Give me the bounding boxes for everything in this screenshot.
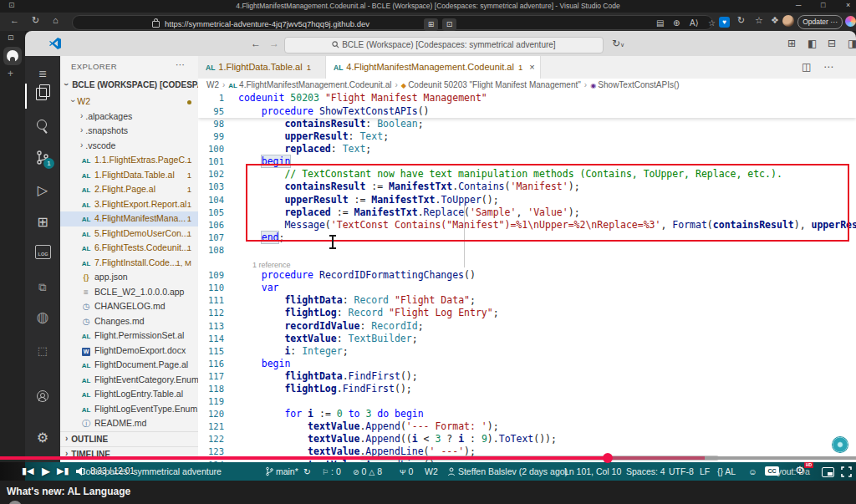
favorite-star-icon[interactable]: ☆ <box>708 18 716 28</box>
close-tab-icon[interactable]: × <box>529 62 534 72</box>
layout-refresh-icon[interactable]: ↻∨ <box>612 38 624 49</box>
update-button[interactable]: Opdater ⋯ <box>797 15 843 29</box>
explorer-item[interactable]: ◷Changes.md <box>60 314 198 329</box>
play-button[interactable]: ▶ <box>42 465 50 477</box>
explorer-item[interactable]: AL1.FlightData.Table.al1 <box>60 168 198 183</box>
explorer-item[interactable]: AL6.FlightTests.Codeunit...1 <box>60 241 198 256</box>
browser-essentials-icon[interactable]: ♥ <box>719 17 730 28</box>
run-debug-icon[interactable]: ▷ <box>25 178 60 203</box>
browser-tab-title[interactable]: 4.FlightManifestManagement.Codeunit.al -… <box>0 2 856 10</box>
captions-button[interactable]: CC <box>765 466 779 476</box>
search-view-icon[interactable] <box>37 120 47 130</box>
player-settings-icon[interactable]: ⚙ <box>795 464 805 476</box>
channel-avatar[interactable] <box>8 501 22 504</box>
explorer-item[interactable]: ALFlightLogEntry.Table.al <box>60 387 198 402</box>
progress-handle[interactable] <box>603 453 613 463</box>
settings-gear-icon[interactable]: ⚙ <box>25 425 60 451</box>
url-text[interactable]: https://symmetrical-adventure-4jq7jwv5q7… <box>165 19 369 28</box>
customize-layout-icon[interactable]: ⊞ <box>787 38 796 49</box>
references-icon[interactable]: ⧉ <box>25 275 60 300</box>
line-number: 104 <box>198 194 224 206</box>
code-editor[interactable]: 98 containsResult: Boolean;99 upperResul… <box>198 92 856 462</box>
outline-section[interactable]: ›OUTLINE <box>60 431 198 447</box>
explorer-icon[interactable] <box>36 88 47 100</box>
explorer-item[interactable]: AL3.FlightExport.Report.al1 <box>60 197 198 212</box>
tab-list-icon[interactable]: ⊡ <box>8 33 14 42</box>
command-center[interactable]: BCLE (Workspace) [Codespaces: symmetrica… <box>284 37 604 53</box>
read-aloud-icon[interactable]: A⟩ <box>690 18 699 28</box>
minimize-icon[interactable]: ─ <box>796 1 801 9</box>
back-icon[interactable]: ← <box>10 15 19 25</box>
explorer-item[interactable]: ALFlight.PermissionSet.al <box>60 328 198 344</box>
explorer-item[interactable]: AL2.Flight.Page.al1 <box>60 182 198 197</box>
explorer-item[interactable]: › .alpackages <box>60 109 198 125</box>
fullscreen-icon[interactable] <box>841 466 852 477</box>
github-tab-icon[interactable] <box>3 47 22 65</box>
split-editor-icon[interactable]: ◫ <box>802 61 811 73</box>
new-tab-icon[interactable]: + <box>8 68 13 79</box>
zoom-icon[interactable]: ⊕ <box>673 18 680 28</box>
explorer-item[interactable]: ALFlightDocument.Page.al <box>60 358 198 373</box>
maximize-icon[interactable]: □ <box>821 1 825 9</box>
explorer-item[interactable]: ⓘREADME.md <box>60 416 198 431</box>
tab-flightdata[interactable]: AL1.FlightData.Table.al1 <box>198 56 326 79</box>
explorer-item[interactable]: ◷CHANGELOG.md <box>60 299 198 314</box>
nav-back-icon[interactable]: ← <box>251 38 261 49</box>
tab-split-icon[interactable]: ⊞ <box>424 18 438 31</box>
package-icon[interactable]: ⬚ <box>25 339 60 364</box>
extensions-puzzle-icon[interactable]: ❖ <box>771 15 779 26</box>
toggle-panel-icon[interactable]: ⊟ <box>828 38 836 49</box>
timeline-section[interactable]: ›TIMELINE <box>60 446 198 462</box>
explorer-item[interactable]: ALFlightEventCategory.Enum... <box>60 373 198 388</box>
line-number: 108 <box>198 244 224 257</box>
explorer-item[interactable]: AL7.FlightInstall.Code...1, M <box>60 256 198 271</box>
explorer-item[interactable]: › .snapshots <box>60 124 198 139</box>
previous-button[interactable]: ▮◀ <box>22 466 34 476</box>
toggle-secondary-sidebar-icon[interactable]: ◨ <box>848 38 856 49</box>
workspace-root-item[interactable]: › BCLE (WORKSPACE) [CODESPACE... <box>60 78 198 93</box>
line-number: 120 <box>198 408 224 420</box>
address-bar[interactable]: https://symmetrical-adventure-4jq7jwv5q7… <box>72 15 713 30</box>
explorer-item[interactable]: ≡BCLE_W2_1.0.0.0.app <box>60 285 198 300</box>
code-lens[interactable]: 1 reference <box>252 261 291 269</box>
explorer-item[interactable]: AL4.FlightManifestMana...1 <box>60 211 198 227</box>
home-icon[interactable]: ⌂ <box>53 15 59 25</box>
copilot-icon[interactable] <box>845 16 856 27</box>
nav-forward-icon[interactable]: → <box>269 38 279 49</box>
shield-icon[interactable]: ↻ <box>737 15 745 26</box>
explorer-title: EXPLORER <box>71 62 117 71</box>
video-progress-bar[interactable] <box>0 456 856 460</box>
close-icon[interactable]: × <box>846 1 850 9</box>
codeunit-symbol-icon: ◆ <box>401 82 408 89</box>
next-button[interactable]: ▶▮ <box>57 466 69 476</box>
miniplayer-icon[interactable] <box>822 467 834 477</box>
volume-icon[interactable] <box>75 466 87 476</box>
explorer-item[interactable]: › W2 <box>60 94 198 109</box>
explorer-item[interactable]: ALFlightLogEventType.Enum.al <box>60 402 198 417</box>
explorer-item[interactable]: WFlightDemoExport.docx <box>60 344 198 359</box>
refresh-icon[interactable]: ↻ <box>32 15 39 26</box>
toggle-sidebar-icon[interactable]: ◧ <box>808 38 817 49</box>
favorites-bar-icon[interactable]: ☆ <box>755 15 763 26</box>
avatar[interactable] <box>782 15 794 27</box>
line-number: 118 <box>198 383 224 395</box>
breadcrumb[interactable]: W2›AL 4.FlightManifestManagement.Codeuni… <box>198 79 856 92</box>
split-screen-icon[interactable]: ▤ <box>656 18 664 28</box>
explorer-more-icon[interactable]: ⋯ <box>176 59 185 70</box>
explorer-item[interactable]: › .vscode <box>60 139 198 154</box>
account-icon[interactable] <box>37 390 48 402</box>
explorer-item[interactable]: {}app.json <box>60 270 198 285</box>
editor-more-icon[interactable]: ⋯ <box>823 61 833 73</box>
extensions-icon[interactable]: ⊞ <box>25 210 60 235</box>
log-output-icon[interactable]: LOG <box>35 245 51 259</box>
modified-dot-icon <box>187 100 191 104</box>
web-capture-icon[interactable]: ⊡ <box>442 18 456 31</box>
chevron-right-icon: › <box>80 124 83 138</box>
github-icon[interactable]: ◍ <box>25 305 60 330</box>
al-file-icon: AL <box>80 257 92 271</box>
tab-flightmanifest[interactable]: AL4.FlightManifestManagement.Codeunit.al… <box>326 56 541 79</box>
explorer-item[interactable]: AL1.1.FlightExtras.PageC...1 <box>60 153 198 168</box>
menu-icon[interactable]: ≡ <box>25 62 60 87</box>
explorer-item[interactable]: AL5.FlightDemoUserCon...1 <box>60 227 198 242</box>
scm-badge: 1 <box>43 158 54 169</box>
